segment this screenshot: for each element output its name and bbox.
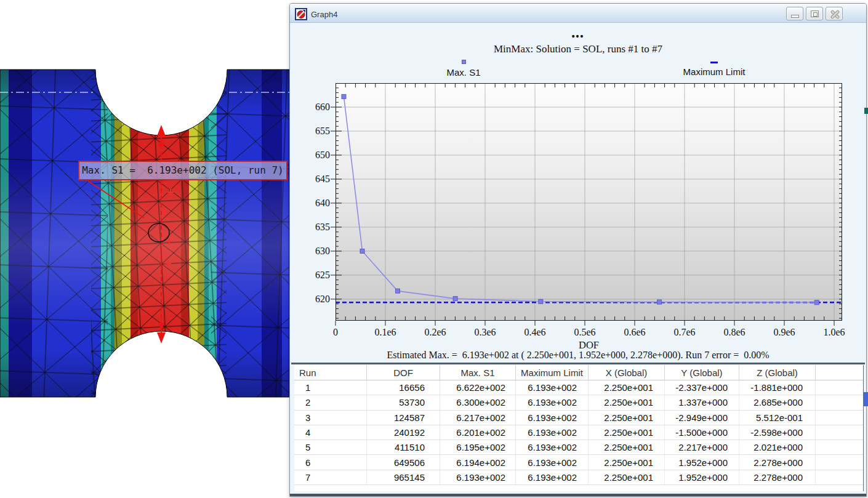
table-cell: 2.250e+001 [589, 470, 665, 484]
table-cell [816, 395, 863, 409]
minimize-button[interactable] [786, 7, 803, 20]
table-cell: 2.278e+000 [739, 455, 816, 469]
table-cell: -2.598e+000 [739, 425, 816, 440]
estimated-max-text: Estimated Max. = 6.193e+002 at ( 2.250e+… [291, 350, 865, 361]
table-row[interactable]: 31245876.217e+0026.193e+0022.250e+001-2.… [294, 411, 863, 425]
x-tick-label: 0.7e6 [663, 327, 706, 338]
table-cell: 649506 [367, 455, 440, 469]
table-cell: 2.685e+000 [739, 395, 816, 409]
table-cell [816, 425, 863, 440]
table-cell [816, 455, 863, 469]
y-tick-label: 655 [291, 125, 330, 137]
convergence-plot[interactable] [336, 83, 842, 321]
table-cell: 2.250e+001 [589, 440, 665, 454]
table-cell: -1.881e+000 [739, 380, 816, 395]
table-row[interactable]: 42401926.201e+0026.193e+0022.250e+001-1.… [294, 425, 863, 440]
table-cell: 3 [294, 411, 367, 425]
table-cell: 5 [294, 440, 367, 454]
table-cell: 6.193e+002 [516, 470, 589, 484]
table-cell: 240192 [367, 425, 440, 440]
table-row[interactable]: 1166566.622e+0026.193e+0022.250e+001-2.3… [294, 380, 863, 395]
table-cell: 7 [294, 470, 367, 484]
minimize-icon [791, 15, 799, 18]
table-cell [816, 470, 863, 484]
window-controls [786, 7, 843, 20]
table-cell: -2.337e+000 [665, 380, 739, 395]
legend-label: Maximum Limit [683, 66, 745, 77]
y-tick-label: 660 [291, 101, 330, 113]
edge-artifact-teal [864, 108, 868, 114]
table-cell: 6.300e+002 [440, 395, 516, 409]
y-tick-label: 650 [291, 149, 330, 161]
table-cell: 1.952e+000 [665, 455, 739, 469]
maximize-button[interactable] [806, 7, 823, 20]
x-tick-label: 0.8e6 [713, 327, 756, 338]
y-tick-label: 620 [291, 293, 330, 305]
column-header[interactable] [816, 365, 863, 380]
x-tick-label: 0.1e6 [364, 327, 407, 338]
column-header[interactable]: Maximum Limit [516, 365, 589, 380]
table-cell: 411510 [367, 440, 440, 454]
legend-max-s1: Max. S1 [436, 60, 491, 78]
table-cell: 2.250e+001 [589, 395, 665, 409]
edge-artifact-blue [864, 392, 868, 406]
graph-window: Graph4 ••• MinMax: Solution = SOL, runs … [289, 3, 867, 497]
column-header[interactable]: DOF [367, 365, 440, 380]
table-cell: 2.250e+001 [589, 411, 665, 425]
table-cell: 4 [294, 425, 367, 440]
table-cell: 2.021e+000 [739, 440, 816, 454]
table-row[interactable]: 79651456.193e+0026.193e+0022.250e+0011.9… [294, 470, 863, 485]
table-cell: 1.952e+000 [665, 470, 739, 484]
table-cell: 2.278e+000 [739, 470, 816, 484]
x-tick-label: 0.4e6 [513, 327, 557, 338]
column-header[interactable]: X (Global) [589, 365, 665, 380]
table-row[interactable]: 2537306.300e+0026.193e+0022.250e+0011.33… [294, 395, 863, 410]
x-tick-label: 0.6e6 [613, 327, 656, 338]
column-header[interactable]: Run [294, 365, 367, 380]
titlebar[interactable]: Graph4 [290, 4, 866, 23]
table-row[interactable]: 54115106.195e+0026.193e+0022.250e+0012.2… [294, 440, 863, 455]
table-cell: 6.193e+002 [516, 440, 589, 454]
table-cell: 16656 [367, 380, 440, 395]
table-cell: 2.250e+001 [589, 425, 665, 440]
legend-maximum-limit: Maximum Limit [677, 60, 751, 77]
table-cell: 6.217e+002 [440, 411, 516, 425]
maximize-icon [811, 10, 819, 17]
fea-viewport[interactable]: Max. S1 = 6.193e+002 (SOL, run 7) [0, 0, 289, 498]
column-header[interactable]: Z (Global) [739, 365, 816, 380]
app-icon [295, 8, 307, 20]
x-tick-label: 0.3e6 [464, 327, 507, 338]
max-annotation[interactable]: Max. S1 = 6.193e+002 (SOL, run 7) [78, 161, 287, 180]
y-tick-label: 640 [291, 197, 330, 209]
table-cell: 6 [294, 455, 367, 469]
table-cell: 6.194e+002 [440, 455, 516, 469]
x-tick-label: 1.0e6 [813, 327, 856, 338]
x-tick-label: 0.2e6 [414, 327, 457, 338]
series-marker-icon [462, 60, 466, 64]
column-header[interactable]: Max. S1 [440, 365, 516, 380]
screen: Max. S1 = 6.193e+002 (SOL, run 7) Graph4… [0, 0, 868, 498]
table-cell: 1 [294, 380, 367, 395]
y-tick-label: 630 [291, 245, 330, 257]
limit-dash-icon [710, 62, 718, 63]
table-cell: 6.193e+002 [516, 380, 589, 395]
overflow-dots[interactable]: ••• [291, 31, 865, 41]
table-cell: 2.250e+001 [589, 380, 665, 395]
window-title: Graph4 [311, 10, 337, 19]
table-cell: 6.195e+002 [440, 440, 516, 454]
table-cell: 6.193e+002 [440, 470, 516, 484]
graph-content: ••• MinMax: Solution = SOL, runs #1 to #… [291, 23, 865, 494]
table-cell: 124587 [367, 411, 440, 425]
table-cell: 5.512e-001 [739, 411, 816, 425]
x-tick-label: 0.5e6 [563, 327, 606, 338]
splitter[interactable] [291, 363, 865, 364]
table-cell: -2.949e+000 [665, 411, 739, 425]
table-cell: 6.193e+002 [516, 455, 589, 469]
table-row[interactable]: 66495066.194e+0026.193e+0022.250e+0011.9… [294, 455, 863, 470]
column-header[interactable]: Y (Global) [665, 365, 739, 380]
table-cell: 965145 [367, 470, 440, 484]
table-cell: 2.250e+001 [589, 455, 665, 469]
table-cell: 1.337e+000 [665, 395, 739, 409]
close-button[interactable] [826, 7, 843, 20]
chart-title: MinMax: Solution = SOL, runs #1 to #7 [291, 43, 865, 55]
